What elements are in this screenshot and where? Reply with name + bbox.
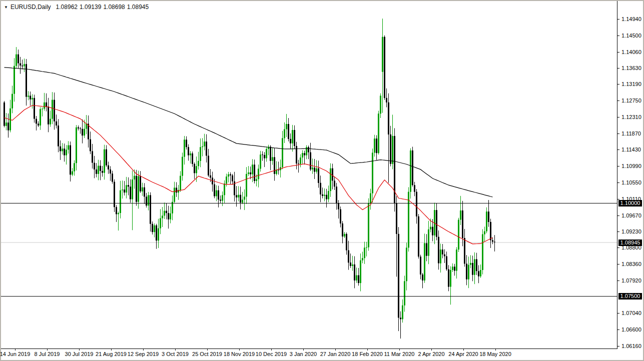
- time-axis-tick: [303, 349, 304, 350]
- price-axis-tick: [617, 117, 619, 118]
- price-axis-label: 1.12750: [621, 98, 641, 104]
- price-axis-tick: [617, 100, 619, 101]
- time-axis-label: 12 Sep 2019: [128, 351, 159, 357]
- price-axis-label: 1.07920: [621, 278, 641, 284]
- time-axis-tick: [399, 349, 400, 350]
- price-axis-tick: [617, 248, 619, 248]
- time-axis-label: 11 Mar 2020: [384, 351, 415, 357]
- price-axis-label: 1.13630: [621, 65, 641, 71]
- price-axis-tick: [617, 346, 619, 346]
- ma-slow-black-line: [5, 68, 493, 197]
- chart-title: ▼EURUSD,Daily1.089621.091391.086981.0894…: [4, 4, 151, 10]
- price-axis-tick: [617, 166, 619, 166]
- time-axis-label: 3 Jan 2020: [290, 351, 317, 357]
- time-axis-tick: [495, 349, 496, 350]
- price-axis-tick: [617, 313, 619, 314]
- price-axis-label: 1.10550: [621, 180, 641, 186]
- time-axis-label: 21 Aug 2019: [96, 351, 127, 357]
- time-axis-label: 27 Jan 2020: [320, 351, 351, 357]
- price-axis-label: 1.06160: [621, 343, 641, 349]
- price-axis-tick: [617, 216, 619, 216]
- price-axis-label: 1.11870: [621, 130, 641, 136]
- time-axis-label: 30 Jul 2019: [65, 351, 94, 357]
- time-axis-tick: [111, 349, 112, 350]
- time-axis-label: 3 Oct 2019: [162, 351, 189, 357]
- price-marker-support: 1.07500: [618, 293, 642, 300]
- time-axis-tick: [79, 349, 80, 350]
- price-axis-tick: [617, 199, 619, 200]
- time-axis-tick: [15, 349, 16, 350]
- price-axis-tick: [617, 150, 619, 150]
- price-axis-label: 1.11430: [621, 146, 641, 152]
- time-axis-label: 25 Oct 2019: [192, 351, 222, 357]
- price-axis-label: 1.09670: [621, 212, 641, 218]
- time-axis-tick: [239, 349, 240, 350]
- price-axis-tick: [617, 134, 619, 134]
- time-axis-tick: [143, 349, 144, 350]
- price-axis-label: 1.13190: [621, 81, 641, 87]
- time-axis-tick: [207, 349, 208, 350]
- price-axis-label: 1.14940: [621, 16, 641, 22]
- price-marker-resistance: 1.10000: [618, 200, 642, 206]
- price-axis-tick: [617, 330, 619, 330]
- time-axis-label: 24 Apr 2020: [448, 351, 478, 357]
- price-axis-tick: [617, 182, 619, 183]
- price-axis-tick: [617, 36, 619, 36]
- plot-area[interactable]: ▼EURUSD,Daily1.089621.091391.086981.0894…: [1, 1, 617, 349]
- time-axis-label: 8 Jul 2019: [35, 351, 60, 357]
- price-axis-label: 1.12310: [621, 114, 641, 120]
- price-axis-tick: [617, 264, 619, 264]
- low-value: 1.08698: [103, 4, 125, 10]
- price-axis-label: 1.07040: [621, 310, 641, 316]
- price-axis-label: 1.10990: [621, 163, 641, 169]
- time-axis[interactable]: 14 Jun 20198 Jul 201930 Jul 201921 Aug 2…: [1, 349, 617, 360]
- price-axis-label: 1.14500: [621, 32, 641, 38]
- candlestick-layer: [4, 18, 495, 338]
- time-axis-tick: [271, 349, 272, 350]
- time-axis-tick: [47, 349, 48, 350]
- price-axis-tick: [617, 68, 619, 68]
- time-axis-label: 18 May 2020: [479, 351, 511, 357]
- time-axis-label: 14 Jun 2019: [0, 351, 30, 357]
- close-value: 1.08945: [127, 4, 149, 10]
- price-axis-label: 1.08360: [621, 261, 641, 267]
- open-value: 1.08962: [56, 4, 78, 10]
- price-axis-label: 1.14060: [621, 49, 641, 55]
- price-marker-current: 1.08945: [618, 240, 642, 246]
- price-axis[interactable]: 1.10000 1.08945 1.07500 1.149401.145001.…: [617, 1, 643, 349]
- price-axis-label: 1.06600: [621, 326, 641, 332]
- time-axis-label: 18 Feb 2020: [352, 351, 383, 357]
- price-axis-tick: [617, 84, 619, 84]
- high-value: 1.09139: [80, 4, 101, 10]
- price-axis-tick: [617, 280, 619, 281]
- time-axis-tick: [175, 349, 176, 350]
- price-axis-label: 1.09230: [621, 228, 641, 234]
- chart-menu-arrow-icon[interactable]: ▼: [4, 5, 8, 10]
- price-axis-tick: [617, 52, 619, 52]
- time-axis-label: 10 Dec 2019: [256, 351, 287, 357]
- price-axis-tick: [617, 19, 619, 20]
- time-axis-tick: [367, 349, 368, 350]
- chart-window: ▼EURUSD,Daily1.089621.091391.086981.0894…: [1, 1, 643, 360]
- time-axis-label: 2 Apr 2020: [418, 351, 444, 357]
- time-axis-tick: [431, 349, 432, 350]
- time-axis-tick: [335, 349, 336, 350]
- symbol-period-label: EURUSD,Daily: [11, 4, 51, 10]
- time-axis-tick: [463, 349, 464, 350]
- price-axis-tick: [617, 232, 619, 232]
- candlestick-chart: [1, 1, 617, 348]
- time-axis-label: 18 Nov 2019: [224, 351, 255, 357]
